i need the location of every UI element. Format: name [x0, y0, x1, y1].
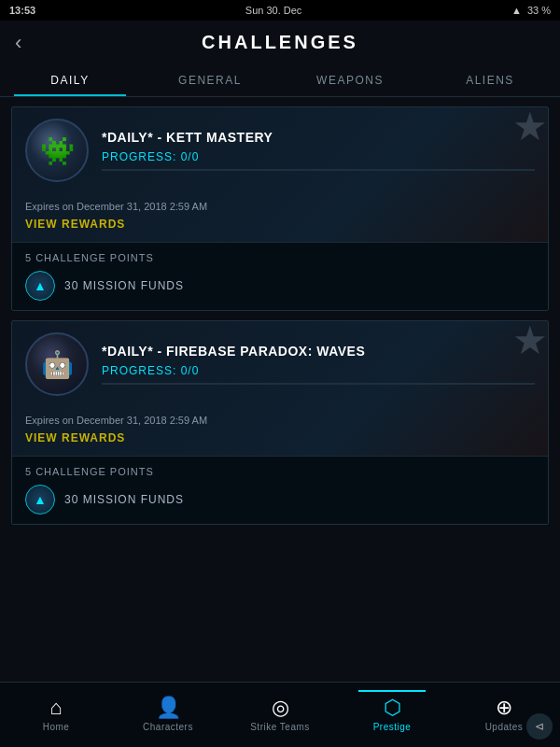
challenge-title-firebase: *DAILY* - FIREBASE PARADOX: WAVES [102, 344, 535, 359]
rewards-firebase: 5 CHALLENGE POINTS ▲ 30 MISSION FUNDS [12, 456, 548, 524]
challenge-title-kett: *DAILY* - KETT MASTERY [102, 130, 535, 145]
star-badge-2 [501, 321, 548, 368]
battery-text: 33 % [527, 5, 551, 16]
challenge-avatar-kett [25, 119, 89, 182]
mission-funds-kett: ▲ 30 MISSION FUNDS [25, 271, 535, 301]
status-bar: 13:53 Sun 30. Dec ▲ 33 % [0, 0, 560, 21]
challenge-points-kett: 5 CHALLENGE POINTS [25, 252, 535, 263]
challenge-card-firebase: *DAILY* - FIREBASE PARADOX: WAVES PROGRE… [11, 320, 549, 525]
challenge-info-kett: *DAILY* - KETT MASTERY PROGRESS: 0/0 [102, 130, 535, 171]
mission-funds-text-firebase: 30 MISSION FUNDS [64, 493, 184, 506]
mission-funds-icon-kett: ▲ [25, 271, 55, 301]
characters-icon: 👤 [156, 698, 181, 718]
challenge-progress-firebase: PROGRESS: 0/0 [102, 364, 535, 377]
expires-kett: Expires on December 31, 2018 2:59 AM [25, 201, 535, 212]
nav-prestige-label: Prestige [373, 722, 412, 732]
tab-aliens[interactable]: ALIENS [420, 64, 560, 96]
home-icon: ⌂ [49, 698, 62, 718]
expires-firebase: Expires on December 31, 2018 2:59 AM [25, 415, 535, 426]
tab-bar: DAILY GENERAL WEAPONS ALIENS [0, 64, 560, 97]
challenge-info-firebase: *DAILY* - FIREBASE PARADOX: WAVES PROGRE… [102, 344, 535, 385]
mission-funds-text-kett: 30 MISSION FUNDS [64, 279, 184, 292]
nav-strike-teams-label: Strike Teams [250, 722, 310, 732]
nav-characters[interactable]: 👤 Characters [112, 690, 224, 740]
status-date: Sun 30. Dec [245, 5, 302, 16]
nav-prestige[interactable]: ⬡ Prestige [336, 690, 448, 740]
updates-icon: ⊕ [496, 698, 512, 718]
tab-general[interactable]: GENERAL [140, 64, 280, 96]
nav-home-label: Home [43, 722, 70, 732]
star-badge [501, 107, 548, 154]
view-rewards-firebase[interactable]: VIEW REWARDS [25, 431, 535, 444]
nav-characters-label: Characters [143, 722, 193, 732]
tab-daily[interactable]: DAILY [0, 64, 140, 96]
progress-bar-firebase [102, 383, 535, 385]
tab-weapons[interactable]: WEAPONS [280, 64, 420, 96]
challenge-body-kett: Expires on December 31, 2018 2:59 AM VIE… [12, 193, 548, 242]
progress-bar-kett [102, 169, 535, 171]
view-rewards-kett[interactable]: VIEW REWARDS [25, 218, 535, 231]
nav-updates-label: Updates [485, 722, 524, 732]
challenge-points-firebase: 5 CHALLENGE POINTS [25, 466, 535, 477]
challenge-progress-kett: PROGRESS: 0/0 [102, 150, 535, 163]
challenge-card-kett: *DAILY* - KETT MASTERY PROGRESS: 0/0 Exp… [11, 106, 549, 311]
corner-button[interactable]: ⊲ [526, 713, 553, 740]
back-button[interactable]: ‹ [15, 31, 21, 55]
nav-strike-teams[interactable]: ◎ Strike Teams [224, 690, 336, 740]
bottom-nav: ⌂ Home 👤 Characters ◎ Strike Teams ⬡ Pre… [0, 682, 560, 747]
challenge-list: *DAILY* - KETT MASTERY PROGRESS: 0/0 Exp… [0, 97, 560, 659]
prestige-icon: ⬡ [384, 698, 401, 718]
nav-home[interactable]: ⌂ Home [0, 690, 112, 740]
rewards-kett: 5 CHALLENGE POINTS ▲ 30 MISSION FUNDS [12, 242, 548, 310]
header: ‹ CHALLENGES [0, 21, 560, 64]
mission-funds-icon-firebase: ▲ [25, 485, 55, 514]
mission-funds-firebase: ▲ 30 MISSION FUNDS [25, 485, 535, 514]
page-title: CHALLENGES [202, 32, 358, 53]
challenge-body-firebase: Expires on December 31, 2018 2:59 AM VIE… [12, 407, 548, 456]
challenge-avatar-firebase [25, 332, 89, 396]
status-time: 13:53 [9, 5, 35, 16]
wifi-icon: ▲ [511, 5, 522, 16]
strike-teams-icon: ◎ [272, 698, 289, 718]
